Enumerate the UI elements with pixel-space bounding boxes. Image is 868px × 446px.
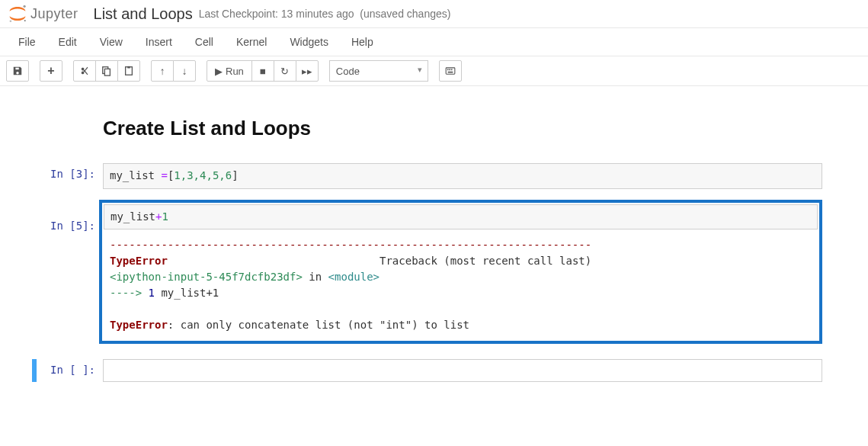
paste-icon <box>123 66 134 76</box>
cell-select-indicator <box>32 359 37 382</box>
svg-point-2 <box>24 20 26 21</box>
notebook-header: Jupyter List and Loops Last Checkpoint: … <box>0 0 868 28</box>
save-button[interactable] <box>6 60 29 82</box>
menu-edit[interactable]: Edit <box>48 31 88 53</box>
code-input[interactable] <box>103 359 822 382</box>
svg-rect-10 <box>451 69 453 71</box>
command-palette-button[interactable] <box>439 60 462 82</box>
stop-icon: ■ <box>260 66 266 77</box>
notebook-title[interactable]: List and Loops <box>94 5 193 23</box>
restart-run-all-button[interactable]: ▸▸ <box>296 60 319 82</box>
arrow-down-icon: ↓ <box>182 66 187 77</box>
restart-button[interactable]: ↻ <box>274 60 296 82</box>
play-icon: ▶ <box>215 66 223 77</box>
menu-view[interactable]: View <box>89 31 133 53</box>
cell-type-select[interactable]: Code <box>329 60 428 82</box>
code-cell[interactable]: my_list+1 ------------------------------… <box>104 204 818 340</box>
interrupt-button[interactable]: ■ <box>251 60 274 82</box>
checkpoint-text: Last Checkpoint: 13 minutes ago (unsaved… <box>199 8 451 20</box>
svg-rect-8 <box>447 69 449 71</box>
copy-button[interactable] <box>95 60 118 82</box>
menu-widgets[interactable]: Widgets <box>279 31 339 53</box>
svg-rect-7 <box>446 68 455 74</box>
output-error: ----------------------------------------… <box>104 229 818 339</box>
svg-rect-6 <box>127 66 130 69</box>
move-up-button[interactable]: ↑ <box>151 60 174 82</box>
markdown-cell[interactable]: Create List and Loops <box>103 117 822 140</box>
notebook-body: Create List and Loops In [3]: my_list =[… <box>0 86 868 412</box>
code-cell-empty[interactable]: In [ ]: <box>23 359 822 382</box>
logo-text: Jupyter <box>30 6 78 22</box>
arrow-up-icon: ↑ <box>160 66 165 77</box>
code-cell[interactable]: In [3]: my_list =[1,3,4,5,6] <box>23 163 822 189</box>
svg-rect-11 <box>448 72 453 73</box>
code-input[interactable]: my_list =[1,3,4,5,6] <box>103 163 822 189</box>
cut-icon <box>79 66 90 76</box>
menubar: File Edit View Insert Cell Kernel Widget… <box>0 28 868 56</box>
svg-point-1 <box>10 20 12 22</box>
svg-point-0 <box>23 5 25 8</box>
input-prompt: In [5]: <box>23 215 103 232</box>
jupyter-logo[interactable]: Jupyter <box>8 4 78 24</box>
restart-icon: ↻ <box>280 66 289 77</box>
move-down-button[interactable]: ↓ <box>173 60 196 82</box>
toolbar: + ↑ ↓ ▶ Run ■ ↻ ▸▸ <box>0 56 868 86</box>
paste-button[interactable] <box>117 60 140 82</box>
input-prompt: In [3]: <box>23 163 103 189</box>
menu-kernel[interactable]: Kernel <box>226 31 277 53</box>
svg-rect-4 <box>104 69 110 75</box>
run-label: Run <box>226 66 244 77</box>
fast-forward-icon: ▸▸ <box>302 66 312 77</box>
copy-icon <box>101 66 112 76</box>
save-icon <box>12 66 23 76</box>
heading: Create List and Loops <box>103 117 822 140</box>
insert-cell-button[interactable]: + <box>40 60 62 82</box>
plus-icon: + <box>47 64 54 78</box>
code-input[interactable]: my_list+1 <box>104 204 818 230</box>
selected-cell-highlight: my_list+1 ------------------------------… <box>99 200 822 345</box>
run-button[interactable]: ▶ Run <box>207 60 252 82</box>
cut-button[interactable] <box>73 60 96 82</box>
menu-cell[interactable]: Cell <box>184 31 224 53</box>
keyboard-icon <box>445 67 456 75</box>
jupyter-logo-icon <box>8 4 27 24</box>
menu-help[interactable]: Help <box>341 31 384 53</box>
menu-insert[interactable]: Insert <box>135 31 183 53</box>
menu-file[interactable]: File <box>8 31 46 53</box>
svg-rect-9 <box>449 69 450 71</box>
